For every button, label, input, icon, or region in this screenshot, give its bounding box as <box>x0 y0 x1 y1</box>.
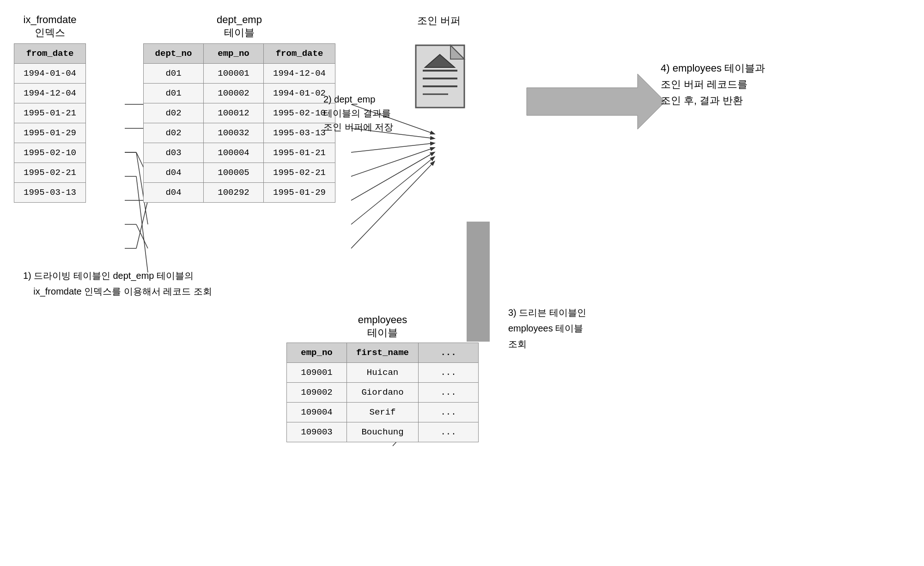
dept-emp-cell: d02 <box>144 123 204 143</box>
document-icon <box>411 36 476 114</box>
step3-line2: employees 테이블 <box>508 323 583 333</box>
step3-label: 3) 드리븐 테이블인 employees 테이블 조회 <box>508 305 586 352</box>
employees-cell: 109004 <box>287 403 347 422</box>
join-buffer-title: 조인 버퍼 <box>402 14 476 28</box>
employees-col-header: ... <box>419 343 479 363</box>
dept-emp-table: dept_noemp_nofrom_date d011000011994-12-… <box>143 43 335 203</box>
employees-table: emp_nofirst_name... 109001Huican...10900… <box>286 343 479 442</box>
employees-cell: Giordano <box>347 383 419 403</box>
step1-label: 1) 드라이빙 테이블인 dept_emp 테이블의 ix_fromdate 인… <box>23 268 212 299</box>
step4-line1: 4) employees 테이블과 <box>661 62 765 74</box>
step3-line3: 조회 <box>508 339 527 349</box>
index-title-line2: 인덱스 <box>35 27 65 38</box>
dept-emp-title-line1: dept_emp <box>217 14 262 25</box>
index-header: from_date <box>14 44 86 64</box>
index-row-cell: 1995-02-10 <box>14 143 86 163</box>
index-section: ix_fromdate 인덱스 from_date 1994-01-041994… <box>14 14 86 203</box>
employees-cell: Bouchung <box>347 422 419 442</box>
employees-section: employees 테이블 emp_nofirst_name... 109001… <box>286 314 479 442</box>
employees-row: 109001Huican... <box>287 363 479 383</box>
employees-cell: 109003 <box>287 422 347 442</box>
step4-line2: 조인 버퍼 레코드를 <box>661 78 748 90</box>
dept-emp-row: d021000121995-02-10 <box>144 103 335 123</box>
dept-emp-row: d041002921995-01-29 <box>144 183 335 203</box>
dept-emp-title: dept_emp 테이블 <box>143 14 335 40</box>
index-title-line1: ix_fromdate <box>24 14 77 25</box>
svg-line-19 <box>351 157 434 224</box>
dept-emp-cell: 100012 <box>204 103 264 123</box>
svg-line-18 <box>351 152 434 200</box>
dept-emp-cell: d01 <box>144 84 204 103</box>
employees-title-line2: 테이블 <box>367 327 398 338</box>
svg-line-13 <box>136 200 148 248</box>
employees-cell: 109001 <box>287 363 347 383</box>
dept-emp-row: d011000011994-12-04 <box>144 64 335 84</box>
index-row-cell: 1995-01-21 <box>14 103 86 123</box>
svg-line-11 <box>136 224 148 248</box>
dept-emp-cell: 1995-01-29 <box>264 183 335 203</box>
employees-cell: 109002 <box>287 383 347 403</box>
dept-emp-row: d011000021994-01-02 <box>144 84 335 103</box>
employees-cell: Serif <box>347 403 419 422</box>
dept-emp-title-line2: 테이블 <box>224 27 255 38</box>
dept-emp-cell: d04 <box>144 163 204 183</box>
svg-line-17 <box>351 148 434 176</box>
employees-cell: ... <box>419 422 479 442</box>
index-row-cell: 1995-03-13 <box>14 183 86 203</box>
employees-row: 109002Giordano... <box>287 383 479 403</box>
index-title: ix_fromdate 인덱스 <box>14 14 86 40</box>
dept-emp-col-header: dept_no <box>144 44 204 64</box>
diagram-container: ix_fromdate 인덱스 from_date 1994-01-041994… <box>0 0 924 566</box>
dept-emp-section: dept_emp 테이블 dept_noemp_nofrom_date d011… <box>143 14 335 203</box>
svg-line-16 <box>351 143 434 152</box>
dept-emp-cell: d03 <box>144 143 204 163</box>
step2-line3: 조인 버퍼에 저장 <box>323 122 393 132</box>
employees-row: 109004Serif... <box>287 403 479 422</box>
dept-emp-row: d021000321995-03-13 <box>144 123 335 143</box>
index-row-cell: 1995-02-21 <box>14 163 86 183</box>
step4-line3: 조인 후, 결과 반환 <box>661 95 743 106</box>
employees-cell: Huican <box>347 363 419 383</box>
index-row-cell: 1995-01-29 <box>14 123 86 143</box>
step4-label: 4) employees 테이블과 조인 버퍼 레코드를 조인 후, 결과 반환 <box>661 60 765 109</box>
employees-col-header: first_name <box>347 343 419 363</box>
index-table: from_date 1994-01-041994-12-041995-01-21… <box>14 43 86 203</box>
dept-emp-cell: 100292 <box>204 183 264 203</box>
svg-line-20 <box>351 162 434 248</box>
dept-emp-cell: 1995-01-21 <box>264 143 335 163</box>
step1-text: 1) 드라이빙 테이블인 dept_emp 테이블의 ix_fromdate 인… <box>23 271 212 296</box>
dept-emp-cell: 100005 <box>204 163 264 183</box>
step2-label: 2) dept_emp 테이블의 결과를 조인 버퍼에 저장 <box>323 92 393 134</box>
svg-marker-22 <box>527 74 665 129</box>
index-row-cell: 1994-01-04 <box>14 64 86 84</box>
join-buffer-title-text: 조인 버퍼 <box>417 15 461 26</box>
employees-cell: ... <box>419 403 479 422</box>
employees-title: employees 테이블 <box>286 314 479 340</box>
employees-cell: ... <box>419 383 479 403</box>
index-row-cell: 1994-12-04 <box>14 84 86 103</box>
step2-line2: 테이블의 결과를 <box>323 108 391 118</box>
dept-emp-cell: 1994-12-04 <box>264 64 335 84</box>
dept-emp-cell: 1995-02-21 <box>264 163 335 183</box>
employees-cell: ... <box>419 363 479 383</box>
dept-emp-cell: 100001 <box>204 64 264 84</box>
dept-emp-cell: 100004 <box>204 143 264 163</box>
dept-emp-cell: 100002 <box>204 84 264 103</box>
dept-emp-col-header: from_date <box>264 44 335 64</box>
step2-line1: 2) dept_emp <box>323 94 375 104</box>
join-buffer-section: 조인 버퍼 <box>402 14 476 117</box>
dept-emp-cell: d01 <box>144 64 204 84</box>
dept-emp-cell: d02 <box>144 103 204 123</box>
dept-emp-row: d031000041995-01-21 <box>144 143 335 163</box>
employees-col-header: emp_no <box>287 343 347 363</box>
dept-emp-col-header: emp_no <box>204 44 264 64</box>
dept-emp-row: d041000051995-02-21 <box>144 163 335 183</box>
employees-title-line1: employees <box>358 314 407 325</box>
step3-line1: 3) 드리븐 테이블인 <box>508 307 586 318</box>
employees-row: 109003Bouchung... <box>287 422 479 442</box>
dept-emp-cell: 100032 <box>204 123 264 143</box>
dept-emp-cell: d04 <box>144 183 204 203</box>
